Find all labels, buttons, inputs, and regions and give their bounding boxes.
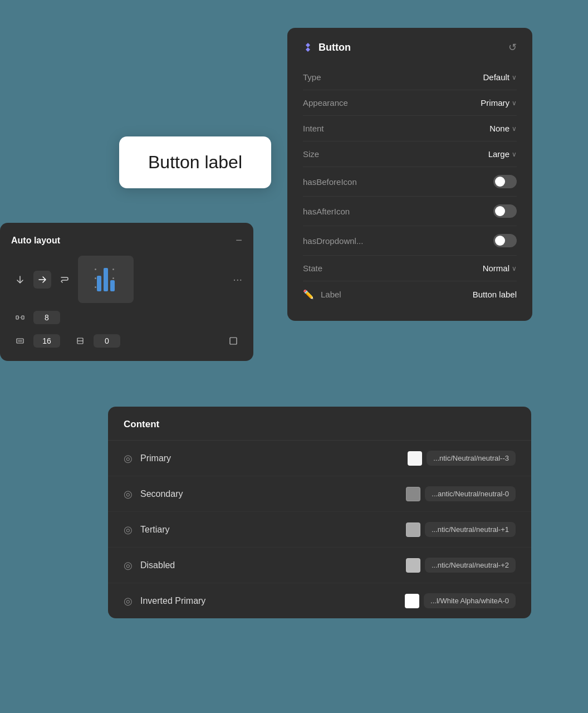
auto-layout-title: Auto layout	[11, 236, 60, 246]
primary-swatch[interactable]	[408, 451, 422, 466]
intent-value: None	[489, 124, 509, 133]
has-after-icon-label: hasAfterIcon	[303, 207, 350, 216]
size-dropdown[interactable]: Large ∨	[488, 149, 517, 159]
has-before-icon-row: hasBeforeIcon	[303, 167, 517, 197]
content-secondary-row: ◎ Secondary ...antic/Neutral/neutral-0	[108, 476, 531, 512]
frame-icon	[224, 332, 242, 350]
inverted-value-button[interactable]: ...l/White Alpha/whiteA-0	[424, 593, 516, 608]
layout-preview-box	[78, 256, 134, 303]
button-preview-text: Button label	[148, 152, 242, 172]
primary-name: Primary	[140, 453, 408, 463]
bar-1	[97, 276, 101, 291]
button-panel-title-row: Button	[303, 42, 351, 53]
content-tertiary-row: ◎ Tertiary ...ntic/Neutral/neutral-+1	[108, 512, 531, 548]
clip-input[interactable]: 0	[94, 334, 120, 348]
disabled-name: Disabled	[140, 560, 406, 570]
svg-rect-7	[230, 338, 237, 344]
size-value: Large	[488, 149, 509, 159]
toggle-knob-2	[495, 206, 505, 216]
inverted-swatch[interactable]	[405, 594, 419, 608]
content-primary-row: ◎ Primary ...ntic/Neutral/neutral--3	[108, 441, 531, 476]
inverted-name: Inverted Primary	[140, 596, 405, 606]
direction-wrap-button[interactable]	[56, 271, 74, 289]
has-after-icon-toggle[interactable]	[493, 204, 517, 218]
content-panel-title: Content	[124, 419, 159, 429]
bar-3	[110, 280, 115, 291]
intent-label: Intent	[303, 124, 324, 133]
disabled-value-button[interactable]: ...ntic/Neutral/neutral-+2	[425, 558, 516, 573]
has-before-icon-toggle[interactable]	[493, 175, 517, 188]
direction-right-button[interactable]	[33, 271, 51, 289]
secondary-value-button[interactable]: ...antic/Neutral/neutral-0	[425, 486, 516, 501]
type-dropdown[interactable]: Default ∨	[483, 72, 517, 82]
padding-row: 16 0	[11, 332, 242, 350]
appearance-dropdown[interactable]: Primary ∨	[481, 98, 517, 108]
pencil-icon: ✏️	[303, 289, 314, 300]
state-chevron-icon: ∨	[512, 265, 517, 272]
has-before-icon-label: hasBeforeIcon	[303, 177, 357, 187]
intent-row: Intent None ∨	[303, 116, 517, 141]
padding-icon	[11, 332, 29, 350]
direction-down-button[interactable]	[11, 271, 29, 289]
clip-icon	[71, 332, 89, 350]
appearance-row: Appearance Primary ∨	[303, 90, 517, 116]
padding-input[interactable]: 16	[33, 334, 60, 348]
auto-layout-collapse-button[interactable]: −	[236, 234, 242, 247]
inverted-color-icon: ◎	[124, 595, 133, 607]
primary-value-button[interactable]: ...ntic/Neutral/neutral--3	[427, 451, 516, 466]
auto-layout-controls: ··· 8 16	[11, 256, 242, 350]
gap-row: 8	[11, 309, 242, 326]
toggle-knob-3	[495, 236, 505, 246]
secondary-color-icon: ◎	[124, 488, 133, 500]
svg-rect-4	[18, 340, 22, 342]
content-inverted-row: ◎ Inverted Primary ...l/White Alpha/whit…	[108, 583, 531, 618]
size-label: Size	[303, 149, 319, 159]
label-row: ✏️ Label Button label	[303, 281, 517, 307]
tertiary-value-button[interactable]: ...ntic/Neutral/neutral-+1	[425, 522, 516, 537]
button-panel-title: Button	[318, 42, 351, 53]
label-row-left: ✏️ Label	[303, 289, 341, 300]
layout-direction-row: ···	[11, 256, 242, 303]
content-panel-header: Content	[108, 407, 531, 441]
content-panel: Content ◎ Primary ...ntic/Neutral/neutra…	[108, 407, 531, 618]
disabled-color-icon: ◎	[124, 559, 133, 572]
preview-bars	[97, 268, 115, 291]
type-label: Type	[303, 72, 321, 82]
button-label-preview: Button label	[119, 136, 271, 188]
label-label: Label	[321, 290, 341, 299]
has-dropdown-toggle[interactable]	[493, 234, 517, 247]
primary-color-icon: ◎	[124, 452, 133, 465]
button-panel-header: Button ↺	[303, 41, 517, 53]
has-dropdown-label: hasDropdownl...	[303, 236, 363, 246]
intent-dropdown[interactable]: None ∨	[489, 124, 517, 133]
auto-layout-header: Auto layout −	[11, 234, 242, 247]
state-label: State	[303, 263, 322, 273]
button-properties-panel: Button ↺ Type Default ∨ Appearance Prima…	[287, 28, 532, 321]
size-chevron-icon: ∨	[512, 150, 517, 158]
bar-2	[104, 268, 108, 291]
appearance-label: Appearance	[303, 98, 348, 108]
type-value: Default	[483, 72, 509, 82]
label-value: Button label	[473, 290, 517, 299]
type-row: Type Default ∨	[303, 65, 517, 90]
reset-button[interactable]: ↺	[508, 41, 517, 53]
tertiary-name: Tertiary	[140, 525, 406, 535]
tertiary-swatch[interactable]	[406, 522, 420, 537]
gap-input[interactable]: 8	[33, 311, 60, 324]
state-dropdown[interactable]: Normal ∨	[483, 263, 517, 273]
layout-more-button[interactable]: ···	[233, 273, 242, 286]
content-disabled-row: ◎ Disabled ...ntic/Neutral/neutral-+2	[108, 548, 531, 583]
auto-layout-panel: Auto layout −	[0, 223, 253, 361]
tertiary-color-icon: ◎	[124, 524, 133, 536]
size-row: Size Large ∨	[303, 141, 517, 167]
secondary-name: Secondary	[140, 489, 406, 499]
type-chevron-icon: ∨	[512, 74, 517, 81]
state-value: Normal	[483, 263, 509, 273]
intent-chevron-icon: ∨	[512, 125, 517, 133]
state-row: State Normal ∨	[303, 256, 517, 281]
appearance-chevron-icon: ∨	[512, 99, 517, 107]
component-icon	[303, 42, 313, 52]
disabled-swatch[interactable]	[406, 558, 420, 573]
secondary-swatch[interactable]	[406, 487, 420, 501]
svg-rect-1	[22, 316, 24, 319]
